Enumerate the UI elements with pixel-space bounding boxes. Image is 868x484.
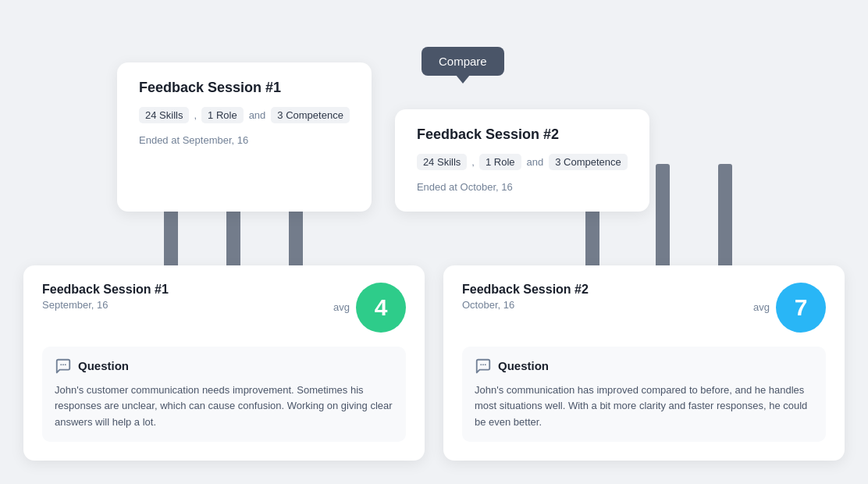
panel-1-date: September, 16 bbox=[42, 299, 169, 311]
top-card-2-skills: 24 Skills bbox=[417, 154, 467, 170]
panel-2-avg-label: avg bbox=[753, 301, 770, 313]
panel-2-date: October, 16 bbox=[462, 299, 589, 311]
top-card-2: Feedback Session #2 24 Skills , 1 Role a… bbox=[395, 109, 649, 212]
top-card-2-date: Ended at October, 16 bbox=[417, 181, 628, 193]
panel-2-avg-badge: 7 bbox=[776, 283, 826, 333]
panel-1-avg-badge: 4 bbox=[356, 283, 406, 333]
top-card-1: Feedback Session #1 24 Skills , 1 Role a… bbox=[117, 62, 372, 212]
question-icon-1 bbox=[55, 358, 72, 375]
top-card-1-date: Ended at September, 16 bbox=[139, 134, 350, 146]
svg-point-0 bbox=[62, 364, 64, 365]
top-card-2-competence: 3 Competence bbox=[549, 154, 628, 170]
panel-1-header: Feedback Session #1 September, 16 avg 4 bbox=[42, 283, 406, 333]
panel-2-title: Feedback Session #2 bbox=[462, 283, 589, 297]
bottom-section: Feedback Session #1 September, 16 avg 4 … bbox=[23, 265, 845, 461]
feedback-panel-2: Feedback Session #2 October, 16 avg 7 Qu… bbox=[443, 265, 845, 461]
top-card-1-sep: , bbox=[194, 109, 197, 121]
top-card-1-competence: 3 Competence bbox=[271, 107, 350, 123]
top-card-1-connector: and bbox=[249, 109, 266, 121]
panel-2-question-header: Question bbox=[475, 358, 813, 375]
panel-2-avg-area: avg 7 bbox=[753, 283, 826, 333]
panel-1-info: Feedback Session #1 September, 16 bbox=[42, 283, 169, 311]
question-icon-2 bbox=[475, 358, 492, 375]
panel-2-header: Feedback Session #2 October, 16 avg 7 bbox=[462, 283, 826, 333]
panel-2-info: Feedback Session #2 October, 16 bbox=[462, 283, 589, 311]
panel-2-question-label: Question bbox=[498, 359, 549, 372]
top-card-1-skills: 24 Skills bbox=[139, 107, 189, 123]
panel-1-title: Feedback Session #1 bbox=[42, 283, 169, 297]
panel-1-question-text: John's customer communication needs impr… bbox=[55, 383, 393, 431]
svg-point-3 bbox=[482, 364, 484, 365]
compare-button[interactable]: Compare bbox=[422, 47, 504, 76]
top-card-2-title: Feedback Session #2 bbox=[417, 126, 628, 143]
top-card-1-role: 1 Role bbox=[201, 107, 244, 123]
top-card-1-meta: 24 Skills , 1 Role and 3 Competence bbox=[139, 107, 350, 123]
top-card-2-connector: and bbox=[527, 156, 544, 168]
panel-1-question-header: Question bbox=[55, 358, 393, 375]
top-card-2-sep: , bbox=[471, 156, 475, 168]
top-card-2-role: 1 Role bbox=[479, 154, 521, 170]
top-card-1-title: Feedback Session #1 bbox=[139, 80, 350, 96]
panel-1-question-label: Question bbox=[78, 359, 129, 372]
panel-1-avg-label: avg bbox=[333, 301, 350, 313]
top-cards-container: Feedback Session #1 24 Skills , 1 Role a… bbox=[117, 62, 649, 212]
panel-1-avg-area: avg 4 bbox=[333, 283, 406, 333]
feedback-panel-1: Feedback Session #1 September, 16 avg 4 … bbox=[23, 265, 425, 461]
panel-1-question-block: Question John's customer communication n… bbox=[42, 347, 406, 442]
panel-2-question-text: John's communication has improved compar… bbox=[475, 383, 813, 431]
top-card-2-meta: 24 Skills , 1 Role and 3 Competence bbox=[417, 154, 628, 170]
panel-2-question-block: Question John's communication has improv… bbox=[462, 347, 826, 442]
